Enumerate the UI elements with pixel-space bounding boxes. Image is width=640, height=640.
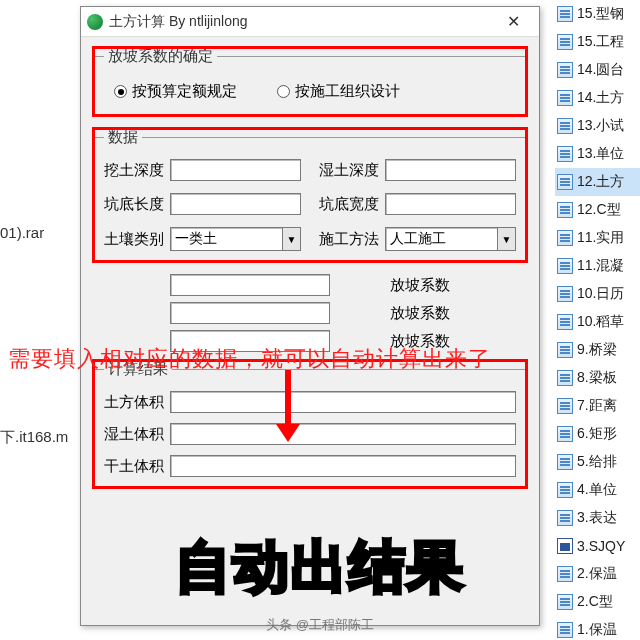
spreadsheet-icon [557,594,573,610]
output-earth-vol [170,391,516,413]
file-item[interactable]: 4.单位 [555,476,640,504]
spreadsheet-icon [557,482,573,498]
radio-label: 按施工组织设计 [295,82,400,101]
file-item[interactable]: 14.圆台 [555,56,640,84]
file-label: 9.桥梁 [577,341,617,359]
explorer-file-list[interactable]: 15.型钢15.工程14.圆台14.土方13.小试13.单位12.土方12.C型… [555,0,640,640]
file-item[interactable]: 14.土方 [555,84,640,112]
input-pit-width[interactable] [385,193,516,215]
label-soil-type: 土壤类别 [104,230,164,249]
file-item[interactable]: 13.小试 [555,112,640,140]
file-label: 3.表达 [577,509,617,527]
file-label: 12.土方 [577,173,624,191]
file-item[interactable]: 15.工程 [555,28,640,56]
file-label: 8.梁板 [577,369,617,387]
input-wet-depth[interactable] [385,159,516,181]
window-title: 土方计算 By ntlijinlong [109,13,493,31]
spreadsheet-icon [557,286,573,302]
file-item[interactable]: 3.SJQY [555,532,640,560]
spreadsheet-icon [557,370,573,386]
file-label: 3.SJQY [577,538,625,554]
file-label: 13.单位 [577,145,624,163]
radio-by-budget[interactable]: 按预算定额规定 [114,82,237,101]
input-dig-depth[interactable] [170,159,301,181]
legend-coeff: 放坡系数的确定 [104,47,217,66]
input-pit-length[interactable] [170,193,301,215]
spreadsheet-icon [557,426,573,442]
legend-result: 计算结果 [104,360,172,379]
file-item[interactable]: 12.C型 [555,196,640,224]
spreadsheet-icon [557,510,573,526]
output-coeff-3 [170,330,330,352]
radio-label: 按预算定额规定 [132,82,237,101]
file-item[interactable]: 6.矩形 [555,420,640,448]
spreadsheet-icon [557,90,573,106]
label-wet-depth: 湿土深度 [319,161,379,180]
label-dry-vol: 干土体积 [104,457,164,476]
file-item[interactable]: 11.混凝 [555,252,640,280]
spreadsheet-icon [557,6,573,22]
file-label: 7.距离 [577,397,617,415]
file-label: 10.稻草 [577,313,624,331]
file-label: 15.型钢 [577,5,624,23]
select-soil-type[interactable]: 一类土▼ [170,227,301,251]
output-dry-vol [170,455,516,477]
legend-data: 数据 [104,128,142,147]
label-coeff: 放坡系数 [390,304,450,323]
file-item[interactable]: 15.型钢 [555,0,640,28]
file-item[interactable]: 11.实用 [555,224,640,252]
file-item[interactable]: 5.给排 [555,448,640,476]
file-item[interactable]: 9.桥梁 [555,336,640,364]
file-item[interactable]: 3.表达 [555,504,640,532]
label-pit-width: 坑底宽度 [319,195,379,214]
spreadsheet-icon [557,174,573,190]
spreadsheet-icon [557,566,573,582]
file-label: 11.混凝 [577,257,624,275]
titlebar[interactable]: 土方计算 By ntlijinlong ✕ [81,7,539,37]
label-earth-vol: 土方体积 [104,393,164,412]
file-item[interactable]: 13.单位 [555,140,640,168]
spreadsheet-icon [557,314,573,330]
label-coeff: 放坡系数 [390,276,450,295]
file-item[interactable]: 8.梁板 [555,364,640,392]
file-label: 10.日历 [577,285,624,303]
spreadsheet-icon [557,258,573,274]
radio-icon [114,85,127,98]
file-label: 1.保温 [577,621,617,639]
bg-file-url: 下.it168.m [0,428,68,447]
file-label: 15.工程 [577,33,624,51]
group-result: 计算结果 土方体积 湿土体积 干土体积 [93,360,527,488]
spreadsheet-icon [557,622,573,638]
word-doc-icon [557,538,573,554]
output-wet-vol [170,423,516,445]
app-icon [87,14,103,30]
spreadsheet-icon [557,398,573,414]
group-data: 数据 挖土深度 湿土深度 坑底长度 坑底宽度 土壤类别 一类土▼ 施工方法 人工… [93,128,527,262]
chevron-down-icon: ▼ [282,228,300,250]
file-item[interactable]: 10.稻草 [555,308,640,336]
file-item[interactable]: 2.保温 [555,560,640,588]
file-label: 6.矩形 [577,425,617,443]
label-pit-length: 坑底长度 [104,195,164,214]
file-label: 4.单位 [577,481,617,499]
spreadsheet-icon [557,146,573,162]
spreadsheet-icon [557,342,573,358]
radio-by-construction[interactable]: 按施工组织设计 [277,82,400,101]
label-coeff: 放坡系数 [390,332,450,351]
select-method[interactable]: 人工施工▼ [385,227,516,251]
file-item[interactable]: 7.距离 [555,392,640,420]
file-item[interactable]: 1.保温 [555,616,640,640]
spreadsheet-icon [557,118,573,134]
file-label: 14.圆台 [577,61,624,79]
chevron-down-icon: ▼ [497,228,515,250]
spreadsheet-icon [557,454,573,470]
file-item[interactable]: 10.日历 [555,280,640,308]
file-item[interactable]: 2.C型 [555,588,640,616]
group-slope-coefficient: 放坡系数的确定 按预算定额规定 按施工组织设计 [93,47,527,116]
bg-file-rar: 01).rar [0,224,44,241]
close-button[interactable]: ✕ [493,10,533,34]
output-coeff-2 [170,302,330,324]
file-item[interactable]: 12.土方 [555,168,640,196]
file-label: 14.土方 [577,89,624,107]
label-wet-vol: 湿土体积 [104,425,164,444]
